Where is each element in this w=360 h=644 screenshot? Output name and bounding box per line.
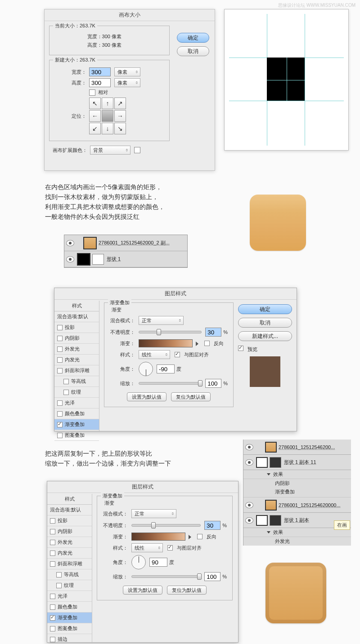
cancel-button[interactable]: 取消 xyxy=(177,46,209,56)
blend-options[interactable]: 混合选项:默认 xyxy=(54,311,99,322)
style-label: 样式： xyxy=(110,351,135,358)
subsection-label: 渐变 xyxy=(104,500,227,506)
set-default-button[interactable]: 设置为默认值 xyxy=(123,586,162,595)
ext-color-dropdown[interactable]: 背景 xyxy=(90,146,130,155)
opacity-input[interactable] xyxy=(204,521,220,530)
layer-thumb-icon xyxy=(256,457,268,468)
style-item[interactable]: 描边 xyxy=(47,634,92,644)
layer-row[interactable]: 2786001_1251254620000... xyxy=(243,497,351,513)
layer-row[interactable]: 2786001_12512546200... xyxy=(243,440,351,455)
gradient-picker[interactable] xyxy=(131,533,185,541)
ext-color-swatch[interactable] xyxy=(134,147,140,153)
style-item[interactable]: 图案叠加 xyxy=(47,623,92,634)
visibility-icon[interactable] xyxy=(245,502,253,508)
style-item[interactable]: 投影 xyxy=(54,322,99,333)
align-checkbox[interactable] xyxy=(175,352,180,357)
layer-name[interactable]: 形状 1 xyxy=(107,256,121,262)
style-item[interactable]: 内发光 xyxy=(54,355,99,365)
cancel-button[interactable]: 取消 xyxy=(238,318,292,328)
ext-color-label: 画布扩展颜色： xyxy=(53,147,87,154)
scale-input[interactable] xyxy=(205,379,221,388)
blend-options[interactable]: 混合选项:默认 xyxy=(47,505,92,515)
width-unit-dropdown[interactable]: 像素 xyxy=(114,67,140,76)
layer-row[interactable]: 2786001_125125462000_2 副... xyxy=(64,235,187,251)
height-input[interactable] xyxy=(89,78,111,87)
scale-slider[interactable] xyxy=(131,575,201,578)
style-item[interactable]: 等高线 xyxy=(54,376,99,387)
scale-label: 缩放： xyxy=(110,380,135,387)
blend-mode-dropdown[interactable]: 正常 xyxy=(131,509,176,518)
scale-input[interactable] xyxy=(204,572,220,581)
style-item[interactable]: 斜面和浮雕 xyxy=(54,365,99,376)
visibility-icon[interactable] xyxy=(245,459,253,466)
opacity-slider[interactable] xyxy=(131,524,201,527)
tooltip-tag: 在画 xyxy=(334,520,350,530)
style-item-gradient-overlay[interactable]: 渐变叠加 xyxy=(54,419,99,430)
reset-default-button[interactable]: 复位为默认值 xyxy=(167,586,207,595)
visibility-icon[interactable] xyxy=(245,517,253,524)
ok-button[interactable]: 确定 xyxy=(177,33,209,43)
style-item[interactable]: 颜色叠加 xyxy=(54,409,99,419)
effect-item[interactable]: 内阴影 xyxy=(243,479,351,488)
new-size-legend: 新建大小：263.7K xyxy=(53,57,97,63)
style-item[interactable]: 斜面和浮雕 xyxy=(47,559,92,569)
layer-name[interactable]: 2786001_125125462000_2 副... xyxy=(99,240,170,246)
angle-dial[interactable] xyxy=(131,555,146,569)
style-item[interactable]: 纹理 xyxy=(47,580,92,591)
style-item[interactable]: 内发光 xyxy=(47,548,92,559)
blend-mode-label: 混合模式： xyxy=(110,317,135,324)
style-item[interactable]: 投影 xyxy=(47,515,92,526)
style-item[interactable]: 等高线 xyxy=(47,569,92,580)
relative-label: 相对 xyxy=(98,89,108,96)
gradient-style-dropdown[interactable]: 线性 xyxy=(139,350,170,359)
reverse-checkbox[interactable] xyxy=(204,341,210,346)
blend-mode-dropdown[interactable]: 正常 xyxy=(139,316,184,325)
anchor-grid[interactable]: ↖↑↗ ←→ ↙↓↘ xyxy=(89,98,126,134)
set-default-button[interactable]: 设置为默认值 xyxy=(127,392,166,401)
opacity-slider[interactable] xyxy=(139,331,202,333)
gradient-picker[interactable] xyxy=(139,339,193,347)
instruction-text-1: 在内色区域内画出一个5像素圆角的矩形，找到一张木纹素材，做为剪切蒙版贴上，利用渐… xyxy=(45,182,198,222)
effect-item[interactable]: 外发光 xyxy=(243,537,351,546)
style-item[interactable]: 光泽 xyxy=(54,398,99,409)
style-item[interactable]: 颜色叠加 xyxy=(47,602,92,613)
angle-input[interactable] xyxy=(157,364,175,373)
style-item[interactable]: 图案叠加 xyxy=(54,430,99,441)
visibility-icon[interactable] xyxy=(245,444,253,450)
reverse-checkbox[interactable] xyxy=(197,534,202,539)
preview-checkbox[interactable] xyxy=(238,346,243,351)
ok-button[interactable]: 确定 xyxy=(238,304,292,314)
section-legend: 渐变叠加 xyxy=(101,493,124,499)
style-item[interactable]: 内阴影 xyxy=(47,526,92,537)
gradient-style-dropdown[interactable]: 线性 xyxy=(131,543,163,552)
opacity-input[interactable] xyxy=(205,328,221,337)
angle-label: 角度： xyxy=(110,366,135,373)
angle-dial[interactable] xyxy=(139,362,153,376)
width-input[interactable] xyxy=(89,67,111,76)
height-label: 高度： xyxy=(54,80,86,86)
style-item[interactable]: 外发光 xyxy=(54,344,99,355)
reset-default-button[interactable]: 复位为默认值 xyxy=(171,392,211,401)
effects-row[interactable]: 效果 xyxy=(243,470,351,479)
scale-slider[interactable] xyxy=(139,382,202,385)
style-item[interactable]: 纹理 xyxy=(54,387,99,398)
opacity-label: 不透明度： xyxy=(110,329,135,336)
subsection-label: 渐变 xyxy=(112,306,228,313)
angle-input[interactable] xyxy=(149,558,167,567)
new-style-button[interactable]: 新建样式... xyxy=(238,331,292,341)
effect-item[interactable]: 渐变叠加 xyxy=(243,488,351,497)
layer-row[interactable]: 形状 1 副本 11 xyxy=(243,455,351,470)
layer-thumb-icon xyxy=(77,253,90,266)
relative-checkbox[interactable] xyxy=(89,89,95,96)
layer-thumb-icon xyxy=(265,442,277,453)
style-item[interactable]: 光泽 xyxy=(47,591,92,602)
style-item-gradient-overlay[interactable]: 渐变叠加 xyxy=(47,613,92,623)
style-item[interactable]: 内阴影 xyxy=(54,333,99,344)
layer-row[interactable]: 形状 1 xyxy=(64,251,187,267)
visibility-icon[interactable] xyxy=(66,256,74,262)
height-unit-dropdown[interactable]: 像素 xyxy=(114,78,140,87)
anchor-label: 定位： xyxy=(54,113,86,120)
align-checkbox[interactable] xyxy=(167,545,173,551)
style-item[interactable]: 外发光 xyxy=(47,537,92,548)
visibility-icon[interactable] xyxy=(66,240,74,246)
